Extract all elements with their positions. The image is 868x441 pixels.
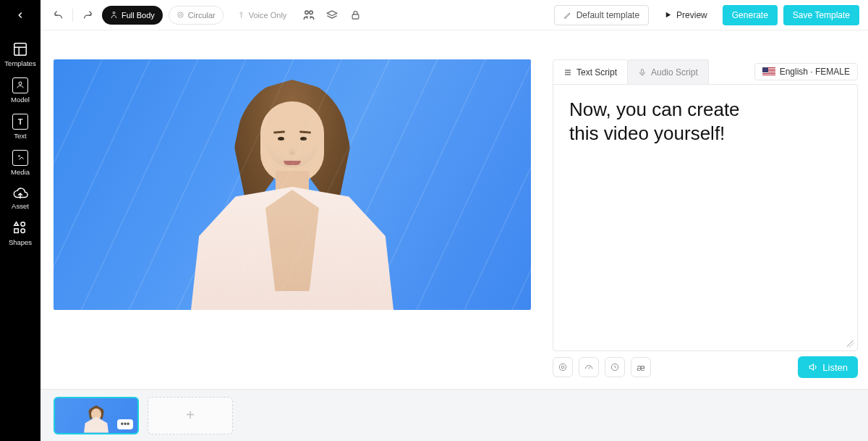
language-selector[interactable]: English · FEMALE — [754, 63, 858, 80]
swap-presenter-icon — [302, 9, 315, 22]
pronunciation-button[interactable]: æ — [631, 357, 651, 377]
sidebar-item-label: Templates — [4, 59, 35, 67]
layers-icon — [326, 9, 338, 21]
script-text[interactable]: Now, you can create this video yourself! — [569, 98, 841, 145]
person-icon — [110, 11, 118, 19]
svg-rect-0 — [14, 43, 27, 56]
svg-rect-7 — [14, 229, 19, 233]
sidebar-item-templates[interactable]: Templates — [0, 36, 41, 72]
list-icon — [563, 68, 572, 77]
redo-button[interactable] — [79, 7, 96, 24]
resize-handle[interactable] — [847, 340, 854, 348]
sidebar-item-label: Text — [14, 132, 26, 140]
avatar-presenter[interactable] — [198, 78, 386, 310]
speed-button[interactable] — [579, 357, 599, 377]
tab-text-script[interactable]: Text Script — [553, 59, 628, 84]
redo-icon — [82, 9, 93, 20]
svg-point-14 — [310, 11, 313, 14]
video-canvas[interactable] — [54, 59, 531, 310]
ai-assist-button[interactable] — [553, 357, 573, 377]
undo-icon — [53, 9, 64, 20]
sidebar-item-label: Shapes — [9, 238, 32, 246]
voice-icon — [237, 11, 245, 19]
sidebar-item-asset[interactable]: Asset — [0, 181, 41, 215]
circle-icon — [176, 11, 184, 19]
ellipsis-icon: ••• — [121, 419, 130, 429]
generate-button[interactable]: Generate — [723, 5, 778, 25]
gauge-icon — [584, 362, 594, 372]
svg-rect-16 — [352, 14, 359, 19]
tab-label: Text Script — [576, 67, 617, 77]
sidebar-item-model[interactable]: Model — [0, 72, 41, 109]
sidebar-item-text[interactable]: T Text — [0, 109, 41, 145]
script-footer: æ Listen — [553, 351, 858, 383]
sidebar-item-media[interactable]: Media — [0, 145, 41, 181]
plus-icon: + — [186, 407, 195, 424]
script-editor[interactable]: Now, you can create this video yourself! — [553, 84, 858, 351]
add-slide-button[interactable]: + — [148, 397, 233, 434]
top-toolbar: Full Body Circular Voice Only — [41, 0, 868, 30]
listen-label: Listen — [822, 362, 848, 373]
svg-point-4 — [19, 155, 20, 156]
svg-point-9 — [113, 12, 115, 14]
sidebar-item-shapes[interactable]: Shapes — [0, 215, 41, 251]
svg-point-23 — [561, 366, 564, 369]
mode-full-body[interactable]: Full Body — [102, 6, 163, 25]
slide-thumbnail-1[interactable]: ••• — [54, 397, 139, 434]
mode-circular[interactable]: Circular — [169, 6, 224, 25]
chevron-left-icon — [15, 10, 25, 20]
pause-button[interactable] — [605, 357, 625, 377]
svg-point-3 — [19, 82, 22, 85]
svg-marker-17 — [666, 12, 671, 17]
slide-options-button[interactable]: ••• — [117, 419, 133, 429]
svg-marker-15 — [328, 11, 337, 16]
svg-marker-6 — [14, 222, 19, 226]
toolbar-separator — [72, 9, 73, 22]
generate-label: Generate — [732, 10, 768, 20]
svg-point-11 — [179, 14, 182, 16]
undo-button[interactable] — [49, 7, 67, 24]
canvas-area — [54, 59, 542, 383]
mode-label: Circular — [188, 11, 216, 20]
ae-glyph-icon: æ — [637, 362, 645, 373]
pencil-icon — [563, 11, 572, 20]
model-icon — [12, 77, 28, 93]
mode-label: Voice Only — [249, 11, 287, 20]
timeline: ••• + — [41, 389, 868, 441]
back-button[interactable] — [6, 4, 35, 26]
swap-presenter-button[interactable] — [300, 7, 318, 24]
lock-icon — [350, 9, 361, 20]
templates-icon — [12, 41, 28, 57]
sidebar-item-label: Model — [11, 96, 30, 104]
preview-label: Preview — [676, 10, 707, 20]
lock-button[interactable] — [346, 7, 364, 24]
svg-point-10 — [178, 12, 183, 17]
mode-voice-only[interactable]: Voice Only — [229, 6, 295, 25]
workspace: Text Script Audio Script English · FEMAL… — [41, 30, 868, 389]
save-template-label: Save Template — [793, 10, 850, 20]
play-icon — [664, 11, 672, 19]
script-panel: Text Script Audio Script English · FEMAL… — [553, 59, 858, 383]
clock-icon — [610, 362, 620, 372]
template-name-button[interactable]: Default template — [554, 5, 649, 25]
svg-point-8 — [21, 229, 25, 233]
preview-button[interactable]: Preview — [655, 5, 717, 25]
microphone-icon — [638, 68, 647, 77]
main-area: Full Body Circular Voice Only — [41, 0, 868, 441]
svg-rect-21 — [642, 69, 644, 73]
save-template-button[interactable]: Save Template — [783, 5, 859, 25]
svg-line-25 — [589, 366, 590, 369]
media-icon — [12, 150, 28, 166]
svg-point-24 — [559, 364, 566, 370]
shapes-icon — [12, 220, 28, 236]
listen-button[interactable]: Listen — [798, 356, 858, 378]
tab-audio-script[interactable]: Audio Script — [627, 59, 709, 84]
text-icon: T — [12, 114, 28, 130]
mode-label: Full Body — [122, 11, 155, 20]
template-name-label: Default template — [576, 10, 639, 20]
svg-point-13 — [305, 11, 309, 14]
layers-button[interactable] — [323, 7, 341, 24]
sidebar-item-label: Media — [11, 168, 30, 176]
script-tabs: Text Script Audio Script English · FEMAL… — [553, 59, 858, 84]
flag-us-icon — [762, 67, 775, 76]
